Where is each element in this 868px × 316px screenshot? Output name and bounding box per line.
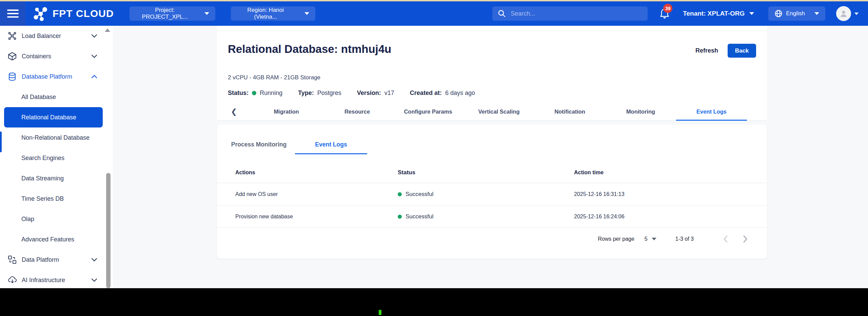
column-header-actions: Actions (217, 170, 398, 176)
region-selector-label: Region: Hanoi (Vietna... (237, 7, 294, 20)
sidebar-item-search-engines[interactable]: Search Engines (0, 148, 113, 168)
search-input[interactable] (511, 10, 642, 17)
page-title: Relational Database: ntmhuj4u (228, 43, 391, 56)
tab-migration[interactable]: Migration (251, 103, 322, 120)
database-icon (7, 72, 17, 81)
chevron-down-icon (91, 258, 97, 262)
containers-icon (7, 52, 17, 61)
pagination-prev-button[interactable] (720, 235, 731, 243)
logo: FPT CLOUD (33, 6, 114, 21)
ai-cloud-icon (7, 276, 17, 284)
sidebar-item-label: Time Series DB (21, 195, 64, 202)
tab-event-logs-inner[interactable]: Event Logs (295, 135, 367, 154)
version-label: Version: (357, 90, 381, 97)
action-cell: Provision new database (217, 214, 398, 220)
action-cell: Add new OS user (217, 191, 398, 197)
tab-resource[interactable]: Resource (322, 103, 393, 120)
column-header-status: Status (398, 169, 574, 176)
sidebar-item-label: Database Platform (22, 73, 72, 80)
top-navbar: FPT CLOUD Project: PROJECT_XPL... Region… (0, 1, 868, 26)
sidebar-item-advanced-features[interactable]: Advanced Features (0, 229, 113, 250)
menu-button[interactable] (0, 1, 25, 26)
database-header-panel: Relational Database: ntmhuj4u Refresh Ba… (217, 26, 767, 121)
sidebar-item-ai-infrastructure[interactable]: AI Infrastructure (0, 270, 113, 290)
person-icon (839, 9, 848, 18)
success-dot-icon (398, 215, 402, 219)
chevron-down-icon (749, 12, 754, 15)
chevron-down-icon (91, 278, 97, 282)
sidebar-item-time-series-db[interactable]: Time Series DB (0, 189, 113, 209)
scrollbar-up-arrow[interactable] (105, 28, 110, 32)
chevron-up-icon (91, 75, 97, 79)
sidebar-item-label: Non-Relational Database (21, 134, 90, 141)
project-selector[interactable]: Project: PROJECT_XPL... (130, 6, 215, 21)
notifications-button[interactable]: 39 (659, 8, 670, 19)
sidebar-item-label: Relational Database (21, 114, 76, 121)
search-icon (498, 9, 506, 18)
sidebar-item-database-platform[interactable]: Database Platform (0, 66, 113, 87)
hamburger-icon (7, 7, 19, 20)
language-selector[interactable]: English (768, 6, 825, 21)
sidebar-item-label: Advanced Features (21, 236, 74, 243)
tab-configure-params[interactable]: Configure Params (393, 103, 463, 120)
table-row[interactable]: Provision new database Successful 2025-1… (217, 205, 767, 228)
sidebar-item-label: Load Balancer (22, 33, 61, 40)
page-tabs: ❮ Migration Resource Configure Params Ve… (217, 103, 767, 121)
load-balancer-icon (7, 32, 17, 40)
back-button[interactable]: Back (728, 44, 756, 58)
sidebar-item-containers[interactable]: Containers (0, 46, 113, 66)
table-row[interactable]: Add new OS user Successful 2025-12-16 16… (217, 183, 767, 205)
status-label: Status: (228, 90, 249, 97)
tab-process-monitoring[interactable]: Process Monitoring (223, 135, 295, 154)
sidebar-item-relational-database[interactable]: Relational Database (4, 107, 103, 127)
status-text: Successful (406, 191, 433, 198)
chevron-down-icon (91, 34, 97, 38)
version-field: Version: v17 (357, 90, 394, 97)
status-field: Status: Running (228, 90, 282, 97)
globe-icon (774, 9, 783, 18)
created-label: Created at: (410, 90, 442, 97)
language-label: English (786, 10, 805, 17)
tenant-label: Tenant: XPLAT-ORG (683, 10, 745, 17)
tab-notification[interactable]: Notification (534, 103, 605, 120)
created-value: 6 days ago (445, 90, 475, 97)
refresh-button[interactable]: Refresh (695, 47, 718, 54)
sidebar-item-load-balancer[interactable]: Load Balancer (0, 26, 113, 46)
sidebar-item-label: Data Platform (22, 256, 59, 263)
sidebar-item-label: Search Engines (21, 155, 64, 162)
tabs-scroll-left-button[interactable]: ❮ (217, 103, 251, 120)
project-selector-label: Project: PROJECT_XPL... (136, 7, 194, 20)
sidebar-item-data-streaming[interactable]: Data Streaming (0, 168, 113, 189)
type-field: Type: Postgres (298, 90, 341, 97)
rows-per-page-select[interactable]: 5 (645, 236, 656, 242)
fpt-cloud-logo-icon (33, 6, 48, 21)
user-menu[interactable] (836, 6, 859, 21)
terminal-footer (0, 288, 868, 316)
database-meta: Status: Running Type: Postgres Version: … (228, 90, 475, 97)
chevron-down-icon (854, 13, 859, 15)
chevron-down-icon (304, 12, 309, 15)
region-selector[interactable]: Region: Hanoi (Vietna... (231, 6, 315, 21)
status-cell: Successful (398, 191, 574, 198)
tab-vertical-scaling[interactable]: Vertical Scaling (463, 103, 534, 120)
chevron-down-icon (652, 238, 656, 240)
tenant-selector[interactable]: Tenant: XPLAT-ORG (683, 10, 754, 17)
sidebar-item-data-platform[interactable]: Data Platform (0, 250, 113, 270)
database-specs: 2 vCPU - 4GB RAM - 21GB Storage (228, 74, 320, 81)
tab-monitoring[interactable]: Monitoring (605, 103, 676, 120)
tab-event-logs[interactable]: Event Logs (676, 103, 747, 120)
time-cell: 2025-12-16 16:24:06 (574, 214, 767, 220)
column-header-action-time: Action time (574, 170, 767, 176)
chevron-right-icon (743, 235, 748, 243)
pagination-next-button[interactable] (740, 235, 751, 243)
sidebar-item-olap[interactable]: Olap (0, 209, 113, 229)
sidebar-item-non-relational-database[interactable]: Non-Relational Database (0, 127, 113, 148)
event-logs-table: Actions Status Action time Add new OS us… (217, 162, 767, 228)
sidebar-item-label: Olap (21, 216, 34, 223)
table-header-row: Actions Status Action time (217, 162, 767, 183)
rows-per-page-label: Rows per page (598, 236, 634, 242)
chevron-down-icon (814, 12, 819, 15)
logo-text: FPT CLOUD (53, 8, 114, 19)
sidebar-scrollbar-thumb[interactable] (106, 173, 111, 288)
sidebar-item-all-database[interactable]: All Database (0, 87, 113, 107)
